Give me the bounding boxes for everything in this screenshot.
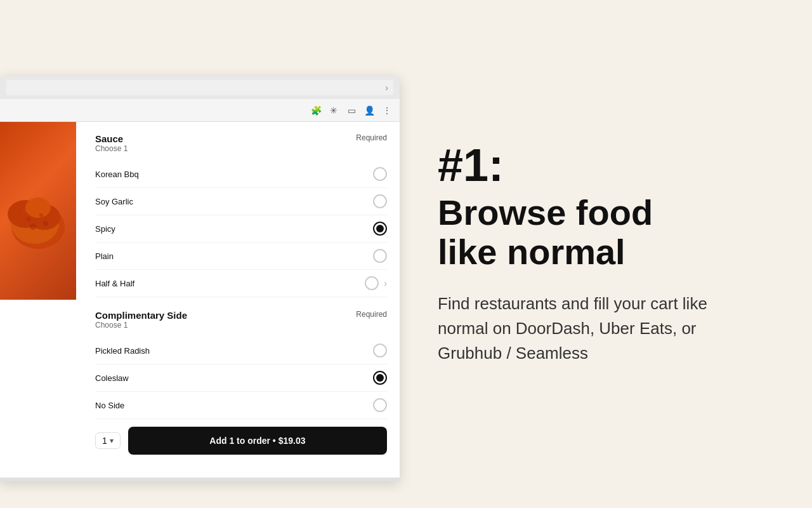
chevron-down-icon: › — [385, 83, 388, 93]
plain-label: Plain — [95, 251, 114, 261]
svg-point-6 — [39, 213, 43, 217]
soy-garlic-radio[interactable] — [373, 194, 387, 208]
action-bar: 1 ▾ Add 1 to order • $19.03 — [95, 419, 387, 462]
option-korean-bbq[interactable]: Korean Bbq — [95, 161, 387, 188]
browser-top-bar: › — [0, 76, 400, 99]
option-plain[interactable]: Plain — [95, 243, 387, 270]
step-title-line1: Browse food — [438, 192, 653, 232]
browser-bottom-bar — [0, 478, 400, 481]
food-image — [0, 122, 76, 300]
sauce-required-badge: Required — [356, 133, 387, 142]
coleslaw-radio[interactable] — [373, 371, 387, 385]
restaurant-content: St) — [0, 122, 400, 478]
plain-right — [373, 249, 387, 263]
account-icon[interactable]: 👤 — [363, 104, 376, 117]
svg-point-9 — [22, 209, 26, 213]
step-number: #1: — [438, 142, 774, 188]
side-section-header: Complimentary Side Choose 1 Required — [95, 305, 387, 335]
korean-bbq-label: Korean Bbq — [95, 170, 139, 179]
no-side-label: No Side — [95, 401, 124, 410]
extensions-icon[interactable]: ✳ — [327, 104, 340, 117]
sauce-title: Sauce — [95, 133, 128, 144]
side-subtitle: Choose 1 — [95, 321, 187, 330]
option-soy-garlic[interactable]: Soy Garlic — [95, 188, 387, 215]
option-half-half[interactable]: Half & Half › — [95, 270, 387, 297]
side-title: Complimentary Side — [95, 310, 187, 321]
half-half-right: › — [365, 276, 387, 290]
soy-garlic-right — [373, 194, 387, 208]
browser-window: › 🧩 ✳ ▭ 👤 ⋮ St) — [0, 76, 400, 481]
side-required-badge: Required — [356, 310, 387, 319]
step-description: Find restaurants and fill your cart like… — [438, 291, 742, 366]
no-side-radio[interactable] — [373, 398, 387, 412]
svg-point-8 — [43, 221, 48, 226]
quantity-selector[interactable]: 1 ▾ — [95, 432, 121, 449]
window-icon[interactable]: ▭ — [345, 104, 358, 117]
plain-radio[interactable] — [373, 249, 387, 263]
menu-content: Sauce Choose 1 Required Korean Bbq Soy G… — [82, 122, 400, 478]
sauce-section-header: Sauce Choose 1 Required — [95, 128, 387, 158]
left-panel: › 🧩 ✳ ▭ 👤 ⋮ St) — [0, 0, 400, 508]
expand-icon[interactable]: › — [384, 278, 387, 288]
coleslaw-right — [373, 371, 387, 385]
puzzle-icon[interactable]: 🧩 — [310, 104, 322, 117]
coleslaw-radio-inner — [376, 374, 384, 382]
half-half-radio[interactable] — [365, 276, 379, 290]
browser-toolbar: 🧩 ✳ ▭ 👤 ⋮ — [0, 99, 400, 122]
option-pickled-radish[interactable]: Pickled Radish — [95, 337, 387, 364]
option-no-side[interactable]: No Side — [95, 392, 387, 419]
spicy-label: Spicy — [95, 224, 115, 234]
browser-address-bar[interactable]: › — [6, 80, 393, 95]
spicy-radio[interactable] — [373, 222, 387, 236]
coleslaw-label: Coleslaw — [95, 373, 129, 383]
option-spicy[interactable]: Spicy — [95, 215, 387, 243]
svg-point-5 — [26, 217, 31, 222]
add-to-order-button[interactable]: Add 1 to order • $19.03 — [128, 427, 387, 455]
right-panel: #1: Browse food like normal Find restaur… — [400, 0, 812, 508]
spicy-right — [373, 222, 387, 236]
menu-icon[interactable]: ⋮ — [381, 104, 393, 117]
step-title-line2: like normal — [438, 232, 625, 272]
pickled-radish-radio[interactable] — [373, 344, 387, 358]
no-side-right — [373, 398, 387, 412]
korean-bbq-radio[interactable] — [373, 167, 387, 181]
spicy-radio-inner — [376, 225, 384, 232]
sauce-subtitle: Choose 1 — [95, 144, 128, 153]
quantity-value: 1 — [102, 436, 107, 446]
pickled-radish-right — [373, 344, 387, 358]
svg-point-7 — [30, 224, 36, 230]
step-title: Browse food like normal — [438, 193, 774, 271]
half-half-label: Half & Half — [95, 279, 134, 288]
chicken-svg — [6, 170, 70, 252]
option-coleslaw[interactable]: Coleslaw — [95, 364, 387, 392]
soy-garlic-label: Soy Garlic — [95, 197, 133, 206]
svg-point-4 — [25, 197, 51, 218]
korean-bbq-right — [373, 167, 387, 181]
quantity-chevron-icon: ▾ — [110, 436, 114, 445]
pickled-radish-label: Pickled Radish — [95, 346, 150, 356]
